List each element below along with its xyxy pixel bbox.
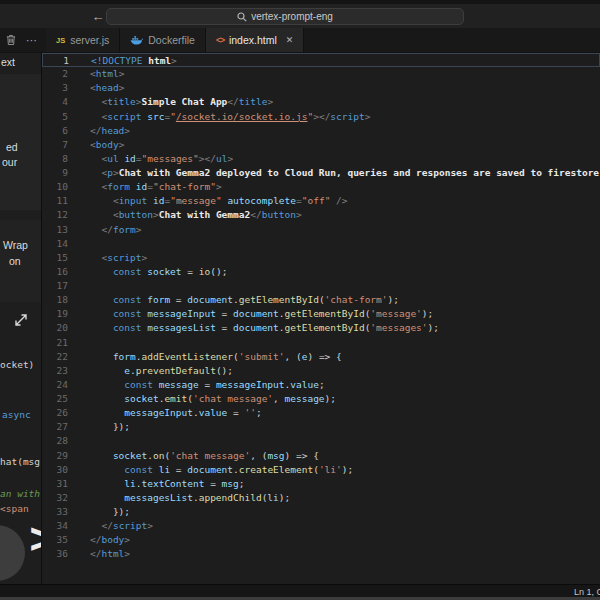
code-line-row[interactable]: 32 messagesList.appendChild(li); xyxy=(42,491,600,505)
code-line-row[interactable]: 8 <ul id="messages"></ul> xyxy=(42,152,600,166)
code-line-row[interactable]: 21 xyxy=(42,336,600,350)
line-number[interactable]: 5 xyxy=(42,110,68,124)
code-line-row[interactable]: 34 </script> xyxy=(42,519,600,533)
line-number[interactable]: 19 xyxy=(42,307,68,321)
panel-text-fragment: an with xyxy=(0,488,40,499)
code-text: <input id="message" autocomplete="off" /… xyxy=(68,194,348,208)
code-line-row[interactable]: 5 <script src="/socket.io/socket.io.js">… xyxy=(42,110,600,124)
line-number[interactable]: 23 xyxy=(42,364,68,378)
trash-icon[interactable] xyxy=(6,34,16,46)
code-line-row[interactable]: 36</html> xyxy=(42,547,600,561)
code-line-row[interactable]: 15 <script> xyxy=(42,251,600,265)
code-line-row[interactable]: 12 <button>Chat with Gemma2</button> xyxy=(42,208,600,222)
panel-text-fragment: async xyxy=(2,409,31,420)
tab-dockerfile[interactable]: Dockerfile xyxy=(120,28,206,52)
tab-index-html[interactable]: <> index.html ✕ xyxy=(206,28,304,52)
line-number[interactable]: 15 xyxy=(42,251,68,265)
line-number[interactable]: 29 xyxy=(42,449,68,463)
line-number[interactable]: 9 xyxy=(42,166,68,180)
line-number[interactable]: 34 xyxy=(42,519,68,533)
code-line-row[interactable]: 7<body> xyxy=(42,138,600,152)
code-line-row[interactable]: 20 const messagesList = document.getElem… xyxy=(42,321,600,335)
line-number[interactable]: 16 xyxy=(42,265,68,279)
code-text: <!DOCTYPE html> xyxy=(69,54,177,66)
code-line-row[interactable]: 18 const form = document.getElementById(… xyxy=(42,293,600,307)
code-line-row[interactable]: 4 <title>Simple Chat App</title> xyxy=(42,95,600,109)
code-line-row[interactable]: 11 <input id="message" autocomplete="off… xyxy=(42,194,600,208)
code-line-row[interactable]: 30 const li = document.createElement('li… xyxy=(42,463,600,477)
code-line-row[interactable]: 9 <p>Chat with Gemma2 deployed to Cloud … xyxy=(42,166,600,180)
line-number[interactable]: 13 xyxy=(42,223,68,237)
code-text: <form id="chat-form"> xyxy=(68,180,222,194)
code-line-row[interactable]: 28 xyxy=(42,434,600,448)
panel-text-fragment: on xyxy=(9,255,21,267)
line-number[interactable]: 24 xyxy=(42,378,68,392)
line-number[interactable]: 4 xyxy=(42,95,68,109)
line-number[interactable]: 33 xyxy=(42,505,68,519)
code-line-row[interactable]: 16 const socket = io(); xyxy=(42,265,600,279)
panel-text-fragment: <span xyxy=(0,503,29,514)
tab-server-js[interactable]: JS server.js xyxy=(46,28,120,52)
code-line-row[interactable]: 1<!DOCTYPE html> xyxy=(42,53,600,67)
line-number[interactable]: 14 xyxy=(42,237,68,251)
code-line-row[interactable]: 27 }); xyxy=(42,420,600,434)
code-line-row[interactable]: 26 messageInput.value = ''; xyxy=(42,406,600,420)
line-number[interactable]: 25 xyxy=(42,392,68,406)
back-button[interactable]: ← xyxy=(90,9,106,25)
code-line-row[interactable]: 25 socket.emit('chat message', message); xyxy=(42,392,600,406)
code-line-row[interactable]: 35</body> xyxy=(42,533,600,547)
line-number[interactable]: 8 xyxy=(42,152,68,166)
line-number[interactable]: 20 xyxy=(42,321,68,335)
prompt-arrow[interactable]: > xyxy=(27,518,42,558)
code-line-row[interactable]: 33 }); xyxy=(42,505,600,519)
line-number[interactable]: 21 xyxy=(42,336,68,350)
line-number[interactable]: 12 xyxy=(42,208,68,222)
more-actions-icon[interactable]: ⋯ xyxy=(26,34,38,47)
tab-bar: ⋯ JS server.js Dockerfile <> index.html xyxy=(0,28,600,53)
code-text: <ul id="messages"></ul> xyxy=(68,152,233,166)
expand-diagonal-icon[interactable] xyxy=(13,312,29,328)
code-line-row[interactable]: 13 </form> xyxy=(42,223,600,237)
line-number[interactable]: 22 xyxy=(42,350,68,364)
line-number[interactable]: 3 xyxy=(42,81,68,95)
code-line-row[interactable]: 17 xyxy=(42,279,600,293)
code-line-row[interactable]: 23 e.preventDefault(); xyxy=(42,364,600,378)
code-text xyxy=(68,336,90,350)
code-line-row[interactable]: 22 form.addEventListener('submit', (e) =… xyxy=(42,350,600,364)
line-number[interactable]: 28 xyxy=(42,434,68,448)
code-line-row[interactable]: 2<html> xyxy=(42,67,600,81)
line-number[interactable]: 11 xyxy=(42,194,68,208)
line-number[interactable]: 35 xyxy=(42,533,68,547)
code-text: const form = document.getElementById('ch… xyxy=(68,293,399,307)
line-number[interactable]: 6 xyxy=(42,124,68,138)
line-number[interactable]: 1 xyxy=(43,54,69,66)
code-line-row[interactable]: 19 const messageInput = document.getElem… xyxy=(42,307,600,321)
close-tab-icon[interactable]: ✕ xyxy=(286,35,294,45)
line-number[interactable]: 32 xyxy=(42,491,68,505)
code-line-row[interactable]: 3<head> xyxy=(42,81,600,95)
code-line-row[interactable]: 31 li.textContent = msg; xyxy=(42,477,600,491)
code-line-row[interactable]: 10 <form id="chat-form"> xyxy=(42,180,600,194)
line-number[interactable]: 10 xyxy=(42,180,68,194)
code-text: <html> xyxy=(68,67,124,81)
line-number[interactable]: 36 xyxy=(42,547,68,561)
cursor-position[interactable]: Ln 1, C xyxy=(574,587,600,597)
code-line-row[interactable]: 14 xyxy=(42,237,600,251)
code-line-row[interactable]: 6</head> xyxy=(42,124,600,138)
line-number[interactable]: 2 xyxy=(42,67,68,81)
line-number[interactable]: 18 xyxy=(42,293,68,307)
code-editor[interactable]: 1<!DOCTYPE html>2<html>3<head>4 <title>S… xyxy=(42,53,600,584)
command-search-box[interactable]: vertex-prompt-eng xyxy=(106,8,464,25)
code-text: <body> xyxy=(68,138,124,152)
title-bar: ← → vertex-prompt-eng xyxy=(0,0,600,28)
line-number[interactable]: 31 xyxy=(42,477,68,491)
line-number[interactable]: 26 xyxy=(42,406,68,420)
line-number[interactable]: 17 xyxy=(42,279,68,293)
code-line-row[interactable]: 24 const message = messageInput.value; xyxy=(42,378,600,392)
line-number[interactable]: 30 xyxy=(42,463,68,477)
code-text: const messagesList = document.getElement… xyxy=(68,321,439,335)
line-number[interactable]: 27 xyxy=(42,420,68,434)
line-number[interactable]: 7 xyxy=(42,138,68,152)
javascript-icon: JS xyxy=(56,36,65,45)
code-line-row[interactable]: 29 socket.on('chat message', (msg) => { xyxy=(42,449,600,463)
